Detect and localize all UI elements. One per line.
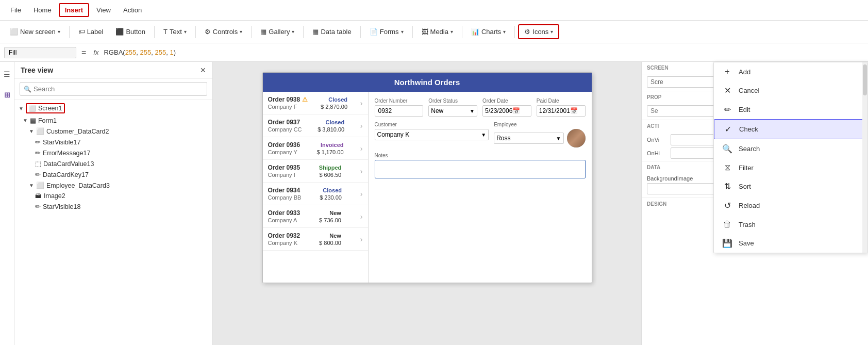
menu-insert[interactable]: Insert: [59, 3, 89, 17]
main-layout: ☰ ⊞ Tree view ✕ 🔍 ▼ ⬜ Screen1: [0, 62, 868, 345]
button-button[interactable]: ⬛ Button: [110, 25, 151, 39]
icon-item-check[interactable]: ✓ Check: [714, 119, 867, 139]
chevron-down-icon-3: ▾: [240, 29, 242, 35]
order-status-select[interactable]: New ▼: [428, 105, 477, 117]
edit-icon: ✏: [722, 105, 732, 114]
onvisible-label: OnVi: [647, 137, 667, 143]
label-button[interactable]: 🏷 Label: [73, 25, 109, 39]
gallery-button[interactable]: ▦ Gallery ▾: [255, 25, 300, 39]
icons-button[interactable]: ⚙ Icons ▾: [518, 24, 559, 39]
icon-item-save[interactable]: 💾 Save: [714, 234, 867, 253]
list-item[interactable]: Order 0934 Company BB Closed $ 230.00 ›: [263, 183, 368, 205]
tree-item-image2[interactable]: 🏔 Image2: [14, 191, 212, 201]
chevron-down-icon: ▾: [58, 29, 60, 35]
paid-date-label: Paid Date: [537, 98, 586, 104]
tree-item-errormessage17[interactable]: ✏ ErrorMessage17: [14, 147, 212, 158]
sort-icon: ⇅: [722, 182, 732, 191]
list-item[interactable]: Order 0938 ⚠ Company F Closed $ 2,870.00…: [263, 92, 368, 114]
screen1-label: Screen1: [38, 105, 62, 112]
list-chevron-icon: ›: [360, 122, 363, 130]
divider-6: [360, 26, 361, 38]
data-table-button[interactable]: ▦ Data table: [307, 25, 357, 39]
tree-item-customer-datacard[interactable]: ▼ ⬜ Customer_DataCard2: [14, 126, 212, 137]
order-info-left: Order 0933 Company A: [268, 209, 301, 223]
scrollbar-track[interactable]: [862, 62, 867, 253]
icon-item-add[interactable]: + Add: [714, 62, 867, 81]
company-name: Company CC: [268, 126, 302, 133]
employee-group: Employee Ross ▼: [494, 122, 585, 147]
order-number-field[interactable]: 0932: [375, 105, 424, 117]
new-screen-button[interactable]: ⬜ New screen ▾: [4, 25, 66, 39]
icon-item-search[interactable]: 🔍 Search: [714, 139, 867, 158]
starvisible18-label: StarVisible18: [43, 203, 80, 210]
starvisible17-label: StarVisible17: [43, 139, 80, 146]
text-button[interactable]: T Text ▾: [158, 25, 192, 39]
notes-group: Notes: [375, 153, 586, 178]
formula-equals: =: [79, 48, 88, 57]
forms-button[interactable]: 📄 Forms ▾: [364, 25, 409, 39]
chevron-icon-form1: ▼: [23, 118, 28, 123]
customer-select[interactable]: Company K ▼: [375, 129, 489, 140]
formula-expression[interactable]: RGBA(255, 255, 255, 1): [104, 48, 864, 56]
tree-item-datacardvalue13[interactable]: ⬚ DataCardValue13: [14, 158, 212, 169]
errormessage17-label: ErrorMessage17: [43, 150, 90, 157]
list-item[interactable]: Order 0935 Company I Shipped $ 606.50 ›: [263, 160, 368, 183]
customer-group: Customer Company K ▼: [375, 122, 489, 147]
company-name: Company A: [268, 217, 301, 223]
divider-4: [251, 26, 252, 38]
charts-button[interactable]: 📊 Charts ▾: [465, 25, 511, 39]
tree-search-input[interactable]: [20, 82, 207, 96]
icon-item-filter[interactable]: ⧖ Filter: [714, 158, 867, 177]
edit-icon-star17: ✏: [35, 138, 41, 146]
reload-icon: ↺: [722, 201, 732, 210]
order-info-right: Closed $ 3,810.00: [318, 119, 344, 133]
order-amount: $ 736.00: [319, 217, 341, 223]
icon-item-sort[interactable]: ⇅ Sort: [714, 177, 867, 196]
list-item[interactable]: Order 0936 Company Y Invoiced $ 1,170.00…: [263, 137, 368, 160]
form-row-2: Customer Company K ▼ Employee Ross: [375, 122, 586, 147]
list-chevron-icon: ›: [360, 99, 363, 107]
hamburger-icon[interactable]: ☰: [0, 66, 14, 83]
order-status: New: [329, 210, 341, 216]
tree-item-starvisible18[interactable]: ✏ StarVisible18: [14, 201, 212, 212]
tree-panel: Tree view ✕ 🔍 ▼ ⬜ Screen1 ▼ ▦ Form: [14, 62, 213, 345]
list-item[interactable]: Order 0932 Company K New $ 800.00 ›: [263, 228, 368, 251]
icon-item-reload[interactable]: ↺ Reload: [714, 196, 867, 215]
order-info-left: Order 0938 ⚠ Company F: [268, 96, 308, 110]
company-name: Company Y: [268, 149, 301, 155]
formula-property-selector[interactable]: Fill: [4, 47, 76, 58]
tree-item-form1[interactable]: ▼ ▦ Form1: [14, 115, 212, 126]
notes-field[interactable]: [375, 160, 586, 178]
warning-icon: ⚠: [302, 96, 308, 103]
filter-icon: ⧖: [722, 163, 732, 172]
tree-item-screen1[interactable]: ▼ ⬜ Screen1: [14, 102, 212, 115]
scrollbar-thumb[interactable]: [863, 64, 867, 95]
menu-view[interactable]: View: [91, 4, 116, 16]
menu-action[interactable]: Action: [118, 4, 147, 16]
tree-item-employee-datacard[interactable]: ▼ ⬜ Employee_DataCard3: [14, 180, 212, 191]
paid-date-field[interactable]: 12/31/2001 📅: [537, 105, 586, 117]
media-button[interactable]: 🖼 Media ▾: [416, 25, 459, 39]
icon-item-trash[interactable]: 🗑 Trash: [714, 215, 867, 234]
controls-button[interactable]: ⚙ Controls ▾: [199, 25, 248, 39]
menu-home[interactable]: Home: [28, 4, 57, 16]
order-info-right: New $ 736.00: [319, 210, 341, 223]
list-item[interactable]: Order 0937 Company CC Closed $ 3,810.00 …: [263, 114, 368, 137]
order-amount: $ 606.50: [319, 172, 341, 178]
tree-body: ▼ ⬜ Screen1 ▼ ▦ Form1 ▼ ⬜ Customer_DataC…: [14, 100, 212, 345]
tree-item-starvisible17[interactable]: ✏ StarVisible17: [14, 137, 212, 147]
menu-file[interactable]: File: [5, 4, 26, 16]
icon-item-edit[interactable]: ✏ Edit: [714, 100, 867, 119]
icon-item-cancel[interactable]: ✕ Cancel: [714, 81, 867, 100]
chevron-icon-cdc: ▼: [29, 128, 34, 134]
order-info-right: Shipped $ 606.50: [319, 165, 341, 178]
layers-icon[interactable]: ⊞: [0, 87, 14, 103]
formula-bar: Fill = fx RGBA(255, 255, 255, 1): [0, 43, 868, 62]
order-date-field[interactable]: 5/23/2006 📅: [482, 105, 531, 117]
tree-close-button[interactable]: ✕: [200, 66, 206, 74]
employee-select[interactable]: Ross ▼: [494, 133, 563, 144]
form-icon: ▦: [30, 117, 36, 124]
list-item[interactable]: Order 0933 Company A New $ 736.00 ›: [263, 205, 368, 228]
datacardvalue13-label: DataCardValue13: [43, 160, 94, 168]
tree-item-datacardkey17[interactable]: ✏ DataCardKey17: [14, 169, 212, 180]
